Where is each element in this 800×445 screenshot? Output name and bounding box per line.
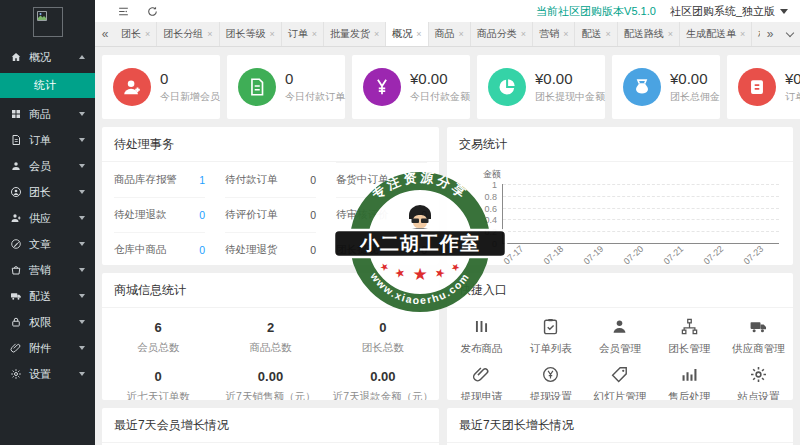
chart-y-axis-label: 金额 — [483, 168, 779, 181]
tab[interactable]: 配送 × — [575, 22, 617, 46]
sidebar-item[interactable]: 配送 — [0, 283, 95, 309]
supply-icon — [10, 212, 22, 224]
pending-item[interactable]: 待付款订单 0 — [225, 162, 316, 197]
panel-title: 最近7天会员增长情况 — [102, 408, 439, 443]
leader-icon — [10, 186, 22, 198]
tab[interactable]: 批量发货 × — [324, 22, 386, 46]
barchart-icon — [680, 365, 699, 384]
pending-item[interactable]: 待审核评价 0 — [336, 197, 427, 232]
quick-entry[interactable]: 团长管理 — [655, 312, 724, 360]
pending-item[interactable]: 待处理退款 0 — [114, 197, 205, 232]
pending-item-value: 2 — [421, 174, 427, 186]
sidebar-item[interactable]: 概况 — [0, 44, 95, 70]
tab[interactable]: 团长 × — [115, 22, 157, 46]
sidebar-item[interactable]: 权限 — [0, 309, 95, 335]
tab-close-icon[interactable]: × — [668, 29, 673, 39]
tab-close-icon[interactable]: × — [459, 29, 464, 39]
tab-close-icon[interactable]: × — [605, 29, 610, 39]
quick-entry[interactable]: 发布商品 — [447, 312, 516, 360]
caret-icon — [79, 242, 85, 246]
tab-close-icon[interactable]: × — [740, 29, 745, 39]
sidebar-item[interactable]: 营销 — [0, 257, 95, 283]
tab-close-icon[interactable]: × — [416, 29, 421, 39]
tab-close-icon[interactable]: × — [563, 29, 568, 39]
stat-card: ¥0.00 团长总佣金 — [612, 55, 720, 119]
collapse-sidebar-icon[interactable] — [117, 5, 130, 18]
stat-label: 今日付款金额 — [410, 90, 470, 104]
sidebar-item[interactable]: 统计 — [0, 73, 95, 98]
pending-item[interactable]: 团长提现 0 — [336, 232, 427, 265]
refresh-icon[interactable] — [146, 5, 159, 18]
tab-close-icon[interactable]: × — [521, 29, 526, 39]
sidebar-item[interactable]: 供应 — [0, 205, 95, 231]
sidebar-item[interactable]: 设置 — [0, 361, 95, 387]
pending-item[interactable]: 商品库存报警 1 — [114, 162, 205, 197]
pending-item-value: 0 — [310, 174, 316, 186]
sidebar-item-label: 权限 — [29, 315, 79, 330]
quick-entry-label: 供应商管理 — [724, 342, 793, 356]
pending-item-value: 0 — [310, 244, 316, 256]
chart-gridline: 0.4 — [503, 219, 779, 220]
pending-item[interactable]: 仓库中商品 0 — [114, 232, 205, 265]
quick-entry[interactable]: 供应商管理 — [724, 312, 793, 360]
chart-x-tick: 07-21 — [662, 244, 686, 265]
pending-grid: 商品库存报警 1 待付款订单 0 备货中订单 2 待处理退款 0 — [102, 162, 439, 265]
chart-y-tick: 0.4 — [471, 215, 497, 225]
tab[interactable]: 团长分组 × — [157, 22, 219, 46]
stat-label: 今日新增会员 — [160, 90, 220, 104]
stat-card-text: ¥0.00 团长提现中金额 — [535, 70, 605, 104]
chart-x-tick: 07-19 — [582, 244, 606, 265]
quick-entry[interactable]: 站点设置 — [724, 360, 793, 400]
mall-stat-value: 0 — [327, 320, 439, 335]
tab[interactable]: 生成配送单 × — [680, 22, 752, 46]
tab-close-icon[interactable]: × — [312, 29, 317, 39]
receipt-icon — [738, 68, 776, 106]
tab-close-icon[interactable]: × — [145, 29, 150, 39]
quick-entry[interactable]: 订单列表 — [516, 312, 585, 360]
tab[interactable]: 团长等级 × — [220, 22, 282, 46]
tabs-scroll-right-button[interactable]: » — [760, 22, 780, 46]
tab[interactable]: 订单 × — [282, 22, 324, 46]
system-name-dropdown[interactable]: 社区团购系统_独立版 — [670, 4, 788, 19]
tab[interactable]: 营销 × — [533, 22, 575, 46]
tab[interactable]: 权限 × — [752, 22, 760, 46]
quick-entry-label: 幻灯片管理 — [585, 390, 654, 400]
stat-label: 团长提现中金额 — [535, 90, 605, 104]
tab-close-icon[interactable]: × — [374, 29, 379, 39]
chart-plot-area: 1 0.8 0.6 0.4 0.2 — [502, 184, 779, 244]
mall-info-panel: 商城信息统计 6 会员总数 2 商品总数 0 团长总数 — [102, 273, 439, 400]
mall-stat-label: 近七天订单数 — [102, 390, 214, 400]
tabs-scroll-left-button[interactable]: « — [95, 22, 115, 46]
sidebar-item[interactable]: 会员 — [0, 153, 95, 179]
stat-label: 今日付款订单 — [285, 90, 345, 104]
tabs-dropdown-button[interactable] — [780, 22, 800, 46]
quick-entry[interactable]: 幻灯片管理 — [585, 360, 654, 400]
tab[interactable]: 配送路线 × — [618, 22, 680, 46]
settings-icon — [10, 368, 22, 380]
tab[interactable]: 商品 × — [429, 22, 471, 46]
tab[interactable]: 商品分类 × — [471, 22, 533, 46]
quick-entry[interactable]: 提现设置 — [516, 360, 585, 400]
tab[interactable]: 概况 × — [386, 22, 428, 46]
quick-entry[interactable]: 售后处理 — [655, 360, 724, 400]
sidebar-item[interactable]: 团长 — [0, 179, 95, 205]
pending-item[interactable]: 备货中订单 2 — [336, 162, 427, 197]
sidebar-item[interactable]: 附件 — [0, 335, 95, 361]
pending-item[interactable]: 待评价订单 0 — [225, 197, 316, 232]
tab-close-icon[interactable]: × — [207, 29, 212, 39]
pending-item[interactable]: 待处理退货 0 — [225, 232, 316, 265]
quick-entry[interactable]: 提现申请 — [447, 360, 516, 400]
tab-close-icon[interactable]: × — [270, 29, 275, 39]
caret-icon — [79, 320, 85, 324]
mall-stat: 6 会员总数 — [102, 313, 214, 362]
stat-card: ¥0.04 订单金额 — [727, 55, 800, 119]
panel-title: 最近7天团长增长情况 — [447, 408, 793, 443]
mall-stat-value: 6 — [102, 320, 214, 335]
user-add-icon — [113, 68, 151, 106]
stat-card-text: 0 今日付款订单 — [285, 70, 345, 104]
sidebar-item[interactable]: 商品 — [0, 101, 95, 127]
stat-card: ¥0.00 团长提现中金额 — [477, 55, 605, 119]
sidebar-item[interactable]: 订单 — [0, 127, 95, 153]
quick-entry[interactable]: 会员管理 — [585, 312, 654, 360]
sidebar-item[interactable]: 文章 — [0, 231, 95, 257]
